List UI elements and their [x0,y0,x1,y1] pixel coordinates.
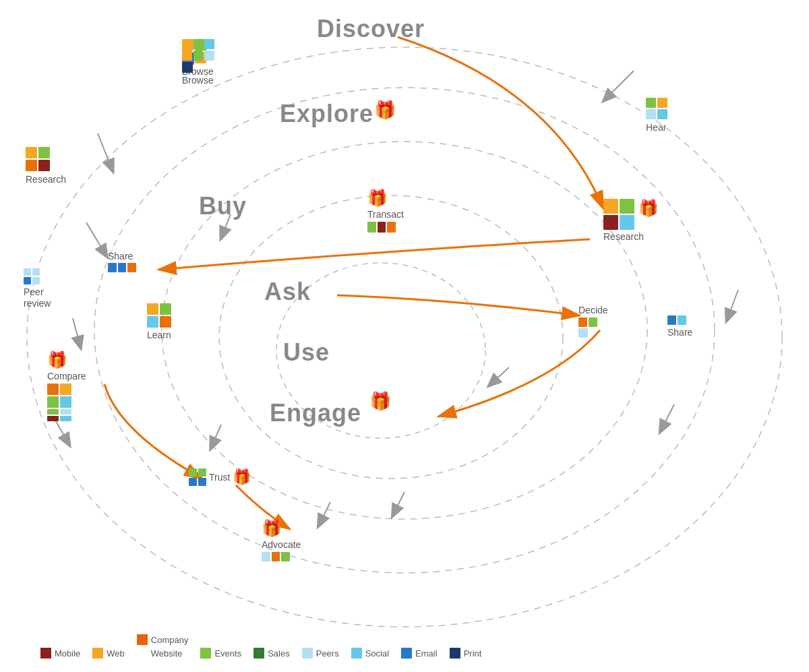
legend: Mobile Web Company Website Events Sales … [40,634,481,659]
legend-swatch-company-website [137,634,148,645]
stage-buy: Buy [199,192,247,220]
node-share-right: Share [667,315,692,338]
node-compare: 🎁 Compare [47,350,86,421]
legend-label-social: Social [365,648,389,659]
svg-point-5 [219,195,563,479]
legend-web: Web [92,648,125,659]
legend-swatch-events [200,648,211,659]
stage-explore: Explore [280,100,373,128]
node-advocate: 🎁 Advocate [262,519,301,561]
legend-events: Events [200,648,241,659]
node-decide: Decide [578,305,608,338]
legend-email: Email [401,648,438,659]
legend-label-company-website: Company [151,635,189,645]
legend-label-peers: Peers [316,648,339,659]
legend-peers: Peers [302,648,339,659]
legend-sales: Sales [253,648,290,659]
node-research-left: Research [26,147,66,185]
legend-swatch-sales [253,648,264,659]
legend-mobile: Mobile [40,648,80,659]
stage-ask: Ask [264,278,311,306]
legend-social: Social [351,648,389,659]
legend-label-website: Website [151,648,183,659]
node-learn: Learn [147,303,171,340]
svg-point-3 [94,88,715,573]
legend-label-events: Events [214,648,241,659]
legend-label-mobile: Mobile [55,648,80,659]
legend-label-email: Email [415,648,438,659]
legend-label-sales: Sales [268,648,290,659]
stage-discover: Discover [317,15,425,43]
legend-label-web: Web [107,648,125,659]
legend-company-website: Company Website [137,634,189,659]
node-peer-review: Peerreview [24,268,51,309]
legend-swatch-print [450,648,460,659]
node-hear: Hear [646,98,667,133]
node-trust: Trust 🎁 [189,468,251,486]
diagram-container: Discover Explore Buy Ask Use Engage Brow… [0,0,809,672]
stage-engage: Engage [270,399,361,427]
browse-grid: Browse [182,39,214,86]
legend-swatch-social [351,648,362,659]
legend-swatch-mobile [40,648,51,659]
node-research-right: 🎁 Research [603,199,659,242]
legend-swatch-email [401,648,412,659]
node-explore-gift: 🎁 [374,100,396,121]
node-transact: 🎁 Transact [367,189,404,233]
stage-use: Use [283,338,330,367]
node-engage-gift: 🎁 [369,391,391,412]
legend-swatch-web [92,648,103,659]
node-share-left: Share [108,251,136,272]
legend-label-print: Print [464,648,482,659]
legend-swatch-peers [302,648,313,659]
legend-print: Print [450,648,482,659]
